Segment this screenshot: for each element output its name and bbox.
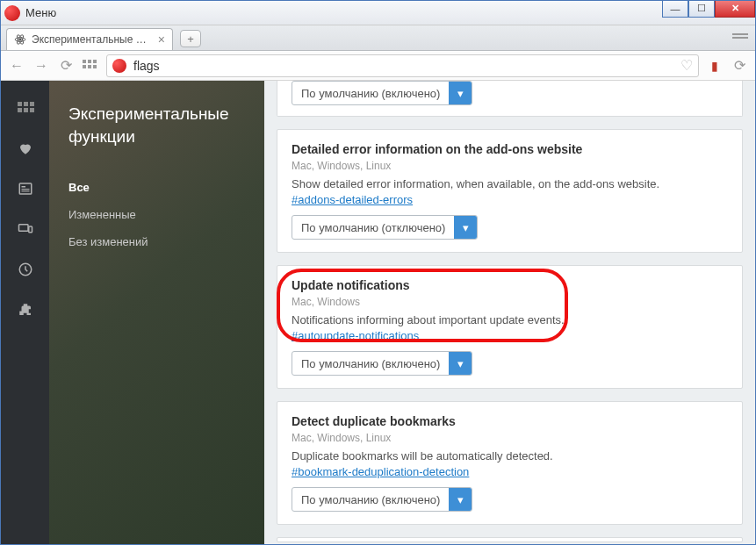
filter-all[interactable]: Все — [68, 174, 245, 201]
flag-select[interactable]: По умолчанию (включено) ▾ — [292, 487, 472, 512]
svg-rect-10 — [18, 225, 28, 232]
maximize-button[interactable]: ☐ — [688, 0, 715, 18]
flag-card-partial-bottom — [277, 537, 743, 542]
content-area: Экспериментальные функции Все Измененные… — [1, 81, 755, 544]
forward-button[interactable]: → — [32, 57, 50, 75]
flag-title: Detect duplicate bookmarks — [292, 414, 728, 428]
annotation-highlight — [277, 269, 568, 342]
chevron-down-icon: ▾ — [449, 488, 472, 511]
select-value: По умолчанию (включено) — [292, 352, 449, 375]
page-title: Экспериментальные функции — [68, 103, 245, 147]
reload-button[interactable]: ⟳ — [57, 57, 75, 75]
flag-card-duplicate-bookmarks: Detect duplicate bookmarks Mac, Windows,… — [277, 401, 743, 525]
tab-strip: Экспериментальные фун × + — [1, 25, 755, 51]
flag-card-addons-errors: Detailed error information on the add-on… — [277, 129, 743, 253]
sidebar: Экспериментальные функции Все Измененные… — [49, 81, 264, 544]
flag-title: Detailed error information on the add-on… — [292, 142, 728, 156]
svg-point-0 — [19, 39, 21, 40]
nav-rail — [1, 81, 49, 544]
flag-select[interactable]: По умолчанию (включено) ▾ — [292, 351, 472, 376]
flag-card-partial: По умолчанию (включено) ▾ — [277, 81, 743, 117]
downloads-icon[interactable]: ▮ — [706, 57, 724, 75]
select-value: По умолчанию (включено) — [292, 82, 449, 104]
select-value: По умолчанию (включено) — [292, 488, 449, 511]
minimize-button[interactable]: — — [662, 0, 688, 18]
bookmark-heart-icon[interactable]: ♡ — [680, 57, 693, 74]
history-rail-icon[interactable] — [17, 262, 34, 277]
extensions-rail-icon[interactable] — [17, 302, 34, 318]
address-bar[interactable]: ♡ — [106, 54, 699, 77]
back-button[interactable]: ← — [8, 57, 25, 75]
svg-rect-8 — [21, 189, 29, 190]
close-button[interactable]: ✕ — [715, 0, 755, 18]
filter-changed[interactable]: Измененные — [68, 201, 245, 228]
tab-close-icon[interactable]: × — [158, 33, 165, 46]
tab-title: Экспериментальные фун — [32, 33, 153, 46]
filter-unchanged[interactable]: Без изменений — [68, 228, 245, 255]
flag-platforms: Mac, Windows, Linux — [292, 160, 728, 172]
speed-dial-rail-icon[interactable] — [17, 100, 34, 116]
chevron-down-icon: ▾ — [449, 82, 472, 104]
flag-description: Duplicate bookmarks will be automaticall… — [292, 449, 728, 463]
svg-rect-11 — [28, 226, 32, 233]
tab-overflow-icon[interactable] — [732, 31, 748, 45]
opera-logo-icon — [4, 5, 20, 21]
site-identity-icon — [112, 59, 126, 73]
flag-anchor-link[interactable]: #bookmark-deduplication-detection — [292, 465, 469, 478]
svg-rect-7 — [21, 186, 25, 188]
news-rail-icon[interactable] — [17, 181, 34, 197]
window-controls: — ☐ ✕ — [662, 0, 755, 18]
tab-active[interactable]: Экспериментальные фун × — [6, 28, 173, 50]
flag-platforms: Mac, Windows, Linux — [292, 432, 728, 444]
svg-rect-4 — [732, 33, 748, 35]
chevron-down-icon: ▾ — [449, 352, 472, 375]
heart-rail-icon[interactable] — [17, 140, 34, 156]
window-titlebar: Меню — ☐ ✕ — [1, 1, 755, 25]
new-tab-button[interactable]: + — [180, 30, 201, 47]
chevron-down-icon: ▾ — [454, 216, 477, 239]
svg-rect-5 — [732, 37, 748, 39]
select-value: По умолчанию (отключено) — [292, 216, 454, 239]
toolbar: ← → ⟳ ♡ ▮ ⟳ — [1, 51, 755, 81]
flag-select[interactable]: По умолчанию (отключено) ▾ — [292, 215, 478, 240]
svg-rect-9 — [21, 190, 29, 191]
sync-icon[interactable]: ⟳ — [731, 57, 748, 75]
flag-select[interactable]: По умолчанию (включено) ▾ — [292, 81, 472, 105]
devices-rail-icon[interactable] — [17, 221, 34, 237]
speed-dial-button[interactable] — [82, 57, 99, 75]
flag-description: Show detailed error information, when av… — [292, 177, 728, 190]
atom-icon — [14, 33, 26, 46]
menu-button[interactable]: Меню — [25, 6, 56, 19]
flag-anchor-link[interactable]: #addons-detailed-errors — [292, 193, 413, 206]
url-input[interactable] — [133, 59, 680, 73]
